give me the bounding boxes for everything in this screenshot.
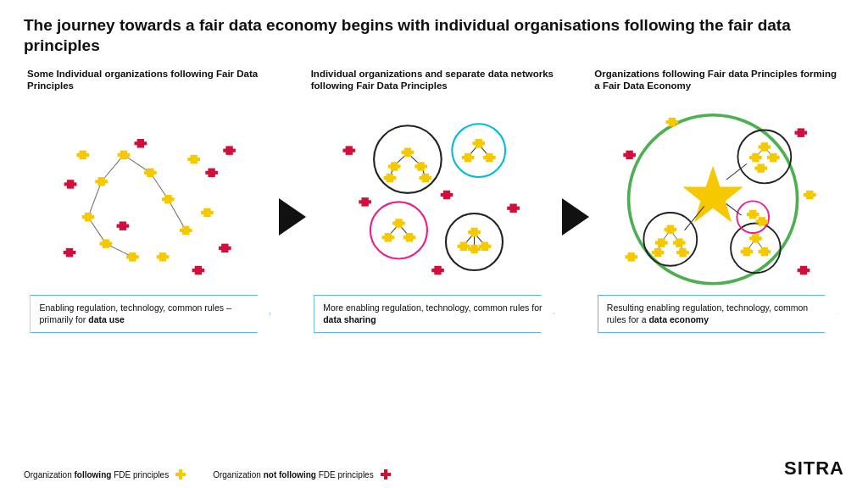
svg-rect-154 [804, 192, 816, 196]
svg-rect-130 [673, 241, 686, 244]
svg-rect-146 [756, 219, 769, 223]
col1-diagram [24, 102, 277, 291]
svg-rect-30 [157, 255, 170, 258]
svg-point-104 [738, 130, 792, 183]
svg-rect-142 [759, 249, 771, 252]
col1-caption: Enabling regulation, technology, common … [30, 295, 270, 333]
svg-rect-99 [431, 268, 444, 271]
legend-label-2: Organization not following FDE principle… [213, 470, 374, 480]
svg-rect-10 [144, 170, 157, 174]
svg-rect-158 [626, 255, 638, 258]
svg-rect-56 [401, 150, 414, 153]
svg-rect-140 [741, 249, 754, 252]
svg-rect-128 [655, 241, 668, 244]
svg-point-106 [731, 223, 781, 273]
svg-rect-91 [468, 247, 481, 250]
svg-rect-132 [652, 251, 665, 254]
arrow-right-icon-2 [562, 198, 589, 236]
svg-rect-80 [403, 236, 415, 239]
svg-point-49 [370, 202, 427, 258]
svg-rect-62 [383, 176, 396, 180]
legend-label-1: Organization following FDE principles [24, 470, 169, 480]
svg-rect-126 [665, 227, 677, 230]
svg-rect-97 [359, 200, 371, 203]
svg-rect-24 [76, 152, 89, 156]
svg-rect-134 [676, 251, 689, 254]
svg-point-48 [452, 124, 505, 177]
legend: Organization following FDE principles Or… [24, 468, 392, 481]
svg-rect-85 [468, 230, 481, 233]
svg-rect-160 [175, 473, 186, 476]
svg-rect-32 [64, 182, 77, 186]
svg-line-4 [168, 199, 186, 230]
svg-line-3 [88, 181, 102, 217]
svg-rect-116 [749, 155, 762, 158]
col1-title: Some Individual organizations following … [24, 68, 277, 97]
svg-rect-144 [747, 212, 760, 215]
svg-line-1 [124, 154, 150, 172]
arrow-right-icon [279, 198, 306, 236]
svg-rect-162 [381, 473, 391, 476]
svg-rect-156 [798, 268, 810, 271]
svg-rect-68 [472, 141, 485, 145]
col3-caption: Resulting enabling regulation, technolog… [598, 295, 838, 333]
col2-caption: More enabling regulation, technology, co… [314, 295, 554, 333]
svg-rect-14 [162, 197, 175, 201]
svg-rect-101 [342, 148, 355, 152]
legend-yellow-cross-icon [174, 468, 187, 481]
main-title: The journey towards a fair data economy … [24, 15, 804, 56]
page: The journey towards a fair data economy … [0, 0, 868, 488]
column-3: Organizations following Fair data Princi… [591, 68, 844, 333]
legend-item-2: Organization not following FDE principle… [213, 468, 392, 481]
svg-rect-44 [223, 148, 236, 152]
svg-rect-18 [100, 241, 113, 245]
svg-rect-40 [64, 251, 76, 254]
arrow-1 [277, 68, 308, 333]
col3-title: Organizations following Fair data Princi… [591, 68, 844, 97]
svg-rect-12 [95, 180, 108, 183]
column-2: Individual organizations and separate da… [308, 68, 561, 333]
svg-rect-36 [205, 170, 218, 174]
svg-rect-20 [126, 255, 139, 258]
svg-rect-8 [118, 152, 131, 156]
col3-diagram [591, 102, 844, 291]
svg-rect-38 [117, 224, 130, 227]
columns-container: Some Individual organizations following … [24, 68, 844, 333]
svg-rect-26 [187, 158, 200, 161]
svg-rect-46 [219, 246, 231, 249]
col2-title: Individual organizations and separate da… [308, 68, 561, 97]
svg-rect-138 [749, 236, 762, 240]
svg-line-108 [726, 164, 747, 180]
svg-rect-89 [478, 244, 491, 247]
svg-rect-114 [759, 145, 771, 148]
svg-rect-120 [755, 166, 768, 169]
svg-rect-28 [201, 210, 214, 214]
arrow-2 [560, 68, 591, 333]
legend-red-cross-icon [379, 468, 392, 481]
svg-rect-34 [134, 141, 147, 145]
svg-point-105 [644, 212, 698, 265]
svg-rect-76 [392, 221, 405, 225]
svg-rect-87 [457, 244, 470, 247]
sitra-logo: SITRA [784, 458, 844, 480]
svg-rect-152 [795, 130, 808, 134]
svg-point-47 [374, 125, 442, 193]
svg-rect-16 [82, 215, 95, 219]
svg-rect-93 [440, 192, 453, 196]
col2-diagram [308, 102, 561, 291]
legend-item-1: Organization following FDE principles [24, 468, 187, 481]
svg-rect-64 [419, 176, 431, 180]
svg-rect-150 [666, 120, 679, 124]
svg-rect-58 [388, 164, 401, 168]
column-1: Some Individual organizations following … [24, 68, 277, 333]
svg-rect-70 [461, 155, 474, 158]
svg-rect-78 [381, 236, 394, 239]
svg-rect-95 [507, 206, 520, 209]
svg-rect-148 [624, 152, 637, 156]
svg-rect-42 [192, 268, 205, 271]
svg-rect-22 [180, 228, 192, 231]
svg-line-6 [106, 243, 132, 257]
svg-rect-118 [767, 155, 780, 158]
svg-rect-60 [415, 164, 427, 168]
svg-rect-72 [483, 155, 496, 158]
